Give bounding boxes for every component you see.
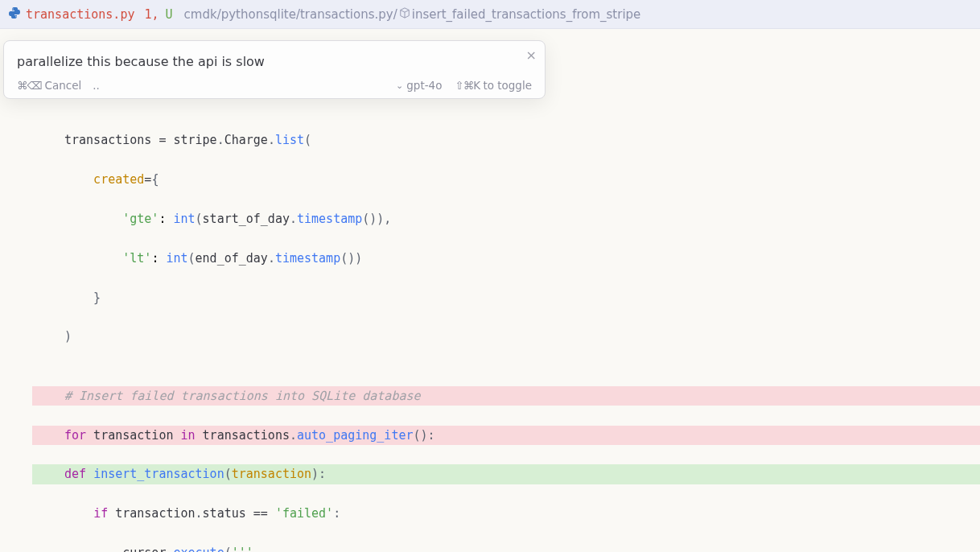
chevron-down-icon: ⌄ (396, 80, 403, 91)
breadcrumb-path: cmdk/pythonsqlite/transactions.py/ (184, 7, 397, 22)
model-name: gpt-4o (406, 79, 442, 92)
popup-dots: .. (93, 79, 100, 92)
cancel-shortcut: ⌘⌫ (17, 79, 42, 92)
breadcrumb[interactable]: cmdk/pythonsqlite/transactions.py/ inser… (184, 7, 641, 22)
inline-chat-popup: × parallelize this because the api is sl… (3, 40, 546, 99)
breadcrumb-symbol: insert_failed_transactions_from_stripe (412, 7, 641, 22)
tab-filename[interactable]: transactions.py (26, 7, 134, 22)
cancel-label: Cancel (45, 79, 82, 92)
toggle-hint: ⇧⌘K to toggle (455, 79, 532, 92)
gutter (0, 29, 32, 552)
model-selector[interactable]: ⌄ gpt-4o (396, 79, 442, 92)
tab-status-unsaved: U (166, 7, 173, 22)
tab-status-num: 1, (144, 7, 159, 22)
close-icon[interactable]: × (526, 47, 537, 63)
python-icon (8, 6, 21, 23)
cube-icon (399, 7, 410, 22)
editor[interactable]: transactions = stripe.Charge.list( creat… (0, 29, 980, 552)
chat-input[interactable]: parallelize this because the api is slow (17, 51, 532, 79)
tab-bar: transactions.py 1, U cmdk/pythonsqlite/t… (0, 0, 980, 29)
code-area[interactable]: transactions = stripe.Charge.list( creat… (32, 29, 980, 552)
cancel-button[interactable]: ⌘⌫ Cancel (17, 79, 81, 92)
popup-footer: ⌘⌫ Cancel .. ⌄ gpt-4o ⇧⌘K to toggle (17, 79, 532, 92)
